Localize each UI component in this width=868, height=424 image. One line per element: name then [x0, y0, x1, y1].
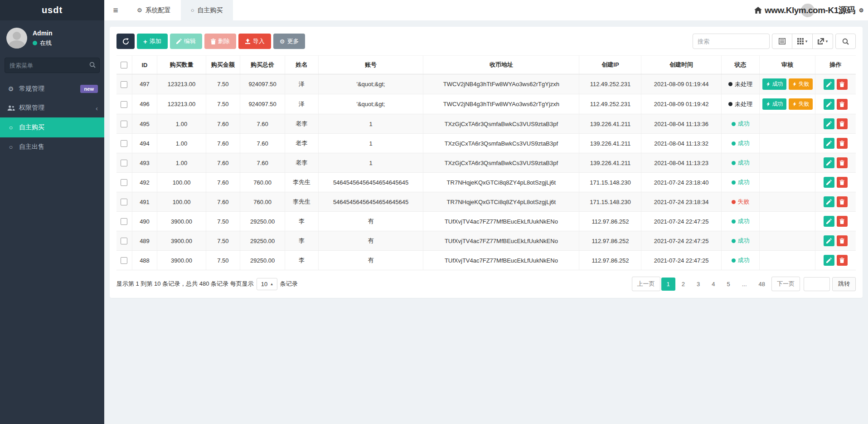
row-delete-button[interactable] — [837, 196, 848, 207]
column-header[interactable]: ID — [132, 56, 157, 74]
row-edit-button[interactable] — [824, 255, 834, 266]
column-header[interactable]: 创建IP — [579, 56, 641, 74]
more-button[interactable]: ⚙ 更多 — [273, 34, 305, 49]
tab-1[interactable]: ⚙系统配置 — [127, 0, 181, 20]
cell-operations — [815, 173, 856, 192]
row-checkbox[interactable] — [121, 121, 127, 127]
cell-account: '&quot;&gt; — [318, 94, 423, 114]
columns-button[interactable]: ▾ — [792, 34, 813, 49]
delete-button[interactable]: 删除 — [204, 34, 236, 49]
column-header[interactable]: 账号 — [318, 56, 423, 74]
cell-audit — [760, 134, 815, 153]
row-checkbox[interactable] — [121, 199, 127, 205]
column-header[interactable]: 操作 — [815, 56, 856, 74]
column-header[interactable]: 购买总价 — [240, 56, 285, 74]
row-edit-button[interactable] — [824, 196, 834, 207]
cell-ip: 112.49.252.231 — [579, 74, 641, 94]
column-header[interactable]: 创建时间 — [641, 56, 721, 74]
pencil-icon — [826, 199, 832, 205]
audit-success-button[interactable]: 成功 — [762, 78, 786, 90]
column-header[interactable]: 姓名 — [285, 56, 318, 74]
grid-icon — [797, 38, 804, 44]
page-button-5[interactable]: 5 — [721, 278, 735, 291]
menu-search-input[interactable] — [5, 58, 100, 73]
column-header[interactable]: 收币地址 — [423, 56, 579, 74]
row-edit-button[interactable] — [824, 235, 834, 246]
row-edit-button[interactable] — [824, 157, 834, 168]
cell-account: 有 — [318, 231, 423, 251]
column-header[interactable]: 购买数量 — [157, 56, 206, 74]
audit-fail-button[interactable]: 失败 — [789, 78, 813, 90]
table-search-input[interactable] — [693, 34, 770, 49]
hamburger-icon[interactable]: ≡ — [104, 0, 127, 20]
cell-total: 29250.00 — [240, 212, 285, 231]
page-button-2[interactable]: 2 — [676, 278, 690, 291]
column-header[interactable]: 审核 — [760, 56, 815, 74]
row-delete-button[interactable] — [837, 255, 848, 266]
page-button-1[interactable]: 1 — [661, 278, 675, 291]
sidebar-item-4[interactable]: ○自主出售 — [0, 137, 104, 156]
jump-button[interactable]: 跳转 — [832, 277, 856, 291]
next-page-button[interactable]: 下一页 — [771, 277, 800, 291]
row-edit-button[interactable] — [824, 177, 834, 188]
cell-name: 李 — [285, 251, 318, 270]
tab-2[interactable]: ○自主购买 — [181, 0, 233, 20]
row-delete-button[interactable] — [837, 177, 848, 188]
sidebar-item-1[interactable]: ⚙常规管理new — [0, 79, 104, 98]
column-header[interactable]: 购买金额 — [206, 56, 240, 74]
cell-name: 老李 — [285, 134, 318, 153]
row-checkbox[interactable] — [121, 101, 127, 108]
row-delete-button[interactable] — [837, 216, 848, 227]
row-checkbox[interactable] — [121, 238, 127, 244]
page-size-select[interactable]: 10 ▴ — [257, 278, 277, 290]
cell-audit: 成功失败 — [760, 74, 815, 94]
row-checkbox[interactable] — [121, 218, 127, 225]
export-button[interactable]: ▾ — [813, 34, 833, 49]
row-delete-button[interactable] — [837, 79, 848, 90]
trash-icon — [839, 199, 844, 205]
search-submit-button[interactable] — [835, 34, 856, 49]
row-edit-button[interactable] — [824, 99, 834, 110]
column-header[interactable]: 状态 — [721, 56, 760, 74]
prev-page-button[interactable]: 上一页 — [632, 277, 660, 291]
edit-button[interactable]: 编辑 — [170, 34, 202, 49]
page-button-3[interactable]: 3 — [691, 278, 705, 291]
home-icon[interactable] — [754, 7, 762, 14]
audit-fail-button[interactable]: 失败 — [789, 98, 813, 110]
row-delete-button[interactable] — [837, 157, 848, 168]
cell-address: TR7NHqjeKQxGTCi8q8ZY4pL8otSzgjLj6t — [423, 173, 579, 192]
users-icon — [7, 105, 15, 111]
page-button-48[interactable]: 48 — [753, 278, 771, 291]
add-button[interactable]: + 添加 — [137, 34, 168, 49]
cell-audit — [760, 192, 815, 212]
import-button[interactable]: 导入 — [238, 34, 271, 49]
jump-page-input[interactable] — [804, 277, 830, 291]
table-row: 491100.007.60760.00李先生546454564564546546… — [116, 192, 856, 212]
refresh-button[interactable] — [116, 34, 135, 49]
audit-success-button[interactable]: 成功 — [762, 98, 786, 110]
row-checkbox[interactable] — [121, 140, 127, 147]
row-edit-button[interactable] — [824, 118, 834, 129]
row-delete-button[interactable] — [837, 99, 848, 110]
row-checkbox[interactable] — [121, 160, 127, 166]
row-edit-button[interactable] — [824, 138, 834, 149]
row-checkbox[interactable] — [121, 179, 127, 186]
chevron-left-icon: ‹ — [96, 104, 98, 112]
row-edit-button[interactable] — [824, 79, 834, 90]
row-delete-button[interactable] — [837, 138, 848, 149]
row-edit-button[interactable] — [824, 216, 834, 227]
select-all-checkbox[interactable] — [121, 62, 127, 68]
row-delete-button[interactable] — [837, 118, 848, 129]
sidebar-item-3[interactable]: ○自主购买 — [0, 117, 104, 137]
row-checkbox[interactable] — [121, 81, 127, 88]
cell-address: TUfXvjTV4ac7FZ77MfBEucEkLfUukNkENo — [423, 251, 579, 270]
sidebar-item-2[interactable]: 权限管理‹ — [0, 98, 104, 117]
page-button-4[interactable]: 4 — [706, 278, 720, 291]
row-checkbox[interactable] — [121, 257, 127, 264]
gear-icon[interactable]: ⚙ — [859, 7, 863, 14]
cell-total: 7.60 — [240, 153, 285, 173]
sidebar-item-label: 权限管理 — [19, 104, 44, 112]
detail-view-button[interactable] — [772, 34, 792, 49]
row-delete-button[interactable] — [837, 235, 848, 246]
table-header-row: ID 购买数量 购买金额 购买总价 姓名 账号 收币地址 创建IP 创建时间 状… — [116, 56, 856, 74]
